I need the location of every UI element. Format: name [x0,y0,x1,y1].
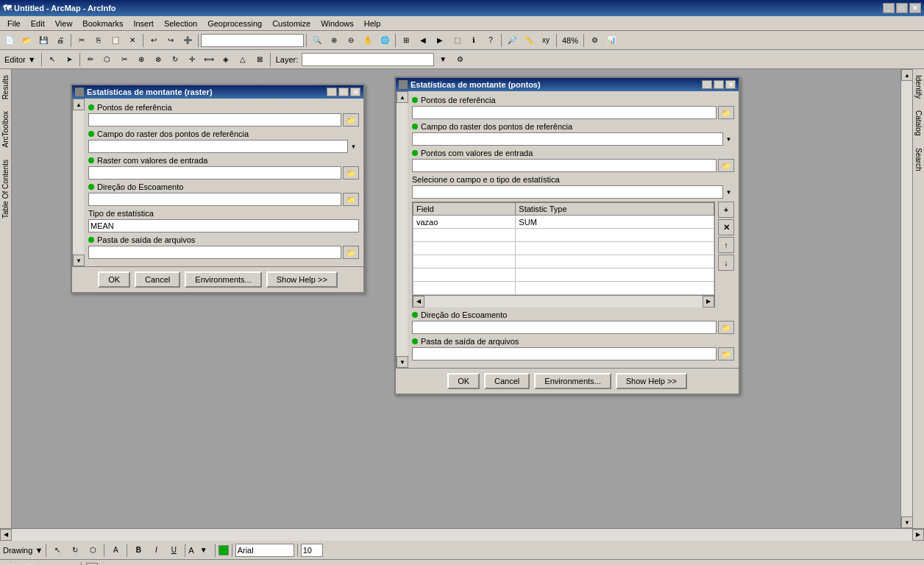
pontos-ok-button[interactable]: OK [447,373,480,389]
info-button[interactable]: ℹ [466,32,482,49]
table-h-scroll-right[interactable]: ▶ [703,296,714,308]
sidebar-toc[interactable]: Table Of Contents [0,154,11,224]
select-button[interactable]: ⬚ [449,32,465,49]
menu-help[interactable]: Help [360,18,385,29]
pontos-valores-input[interactable] [412,159,717,172]
raster-cancel-button[interactable]: Cancel [135,271,180,288]
h-scroll-left[interactable]: ◀ [0,529,12,541]
status-scroll[interactable] [86,563,98,566]
status-btn1[interactable]: ⬜ [3,561,19,566]
new-button[interactable]: 📄 [1,32,18,49]
undo-button[interactable]: ↩ [146,32,162,49]
add-data-button[interactable]: ➕ [180,32,196,49]
xy-button[interactable]: xy [538,32,554,49]
zoom-in-button[interactable]: ⊕ [326,32,342,49]
report-button[interactable]: 📊 [603,32,619,49]
maximize-button[interactable]: □ [896,3,908,13]
canvas-scroll-down[interactable]: ▼ [901,516,912,528]
dialog-pontos-maximize[interactable]: □ [714,80,724,89]
raster-environments-button[interactable]: Environments... [185,271,261,288]
dialog-raster-maximize[interactable]: □ [338,88,349,96]
dialog-raster-close[interactable]: ✕ [350,88,360,96]
globe-button[interactable]: 🌐 [377,32,393,49]
minimize-button[interactable]: _ [883,3,895,13]
move-down-button[interactable]: ↓ [718,255,734,271]
cut-button[interactable]: ✂ [74,32,90,49]
raster-direcao-browse[interactable]: 📁 [343,193,359,206]
scroll-down[interactable]: ▼ [73,255,85,266]
raster-direcao-input[interactable] [88,193,341,206]
menu-insert[interactable]: Insert [129,18,158,29]
pontos-scroll-up[interactable]: ▲ [397,91,408,103]
save-button[interactable]: 💾 [35,32,51,49]
sidebar-arctoolbox[interactable]: ArcToolbox [0,105,11,153]
raster-campo-input[interactable] [88,140,359,153]
pontos-selecione-input[interactable] [412,185,734,199]
rotate-btn[interactable]: ↻ [67,542,83,558]
pontos-show-help-button[interactable]: Show Help >> [616,373,687,389]
pontos-direcao-input[interactable] [412,321,717,334]
italic-btn[interactable]: I [148,542,164,558]
find-button[interactable]: 🔎 [504,32,520,49]
table-h-scroll-left[interactable]: ◀ [413,296,424,308]
delete-row-button[interactable]: ✕ [718,219,734,235]
layer-props[interactable]: ▼ [435,51,451,68]
layer-input[interactable] [302,53,434,66]
layer-settings[interactable]: ⚙ [452,51,468,68]
stats-row-1[interactable]: vazao SUM [413,216,714,229]
menu-customize[interactable]: Customize [268,18,315,29]
help-button[interactable]: ? [483,32,499,49]
menu-windows[interactable]: Windows [316,18,358,29]
cut-polygon-tool[interactable]: ✂ [116,51,132,68]
raster-pasta-input[interactable] [88,246,341,259]
delete-button[interactable]: ✕ [124,32,141,49]
dialog-pontos-close[interactable]: ✕ [725,80,736,89]
raster-show-help-button[interactable]: Show Help >> [266,271,338,288]
drawing-label[interactable]: Drawing ▼ [3,546,43,555]
h-scroll-right[interactable]: ▶ [912,529,924,541]
dialog-raster-minimize[interactable]: _ [327,88,337,96]
select-tool-btn[interactable]: ↖ [49,542,65,558]
scroll-up[interactable]: ▲ [73,99,85,110]
add-row-button[interactable]: + [718,202,734,218]
color-btn[interactable]: ▼ [196,542,212,558]
reshape-tool[interactable]: ⬡ [99,51,115,68]
pontos-ref-browse[interactable]: 📁 [718,106,734,119]
open-button[interactable]: 📂 [18,32,35,49]
menu-view[interactable]: View [51,18,77,29]
menu-bookmarks[interactable]: Bookmarks [78,18,127,29]
zoom-out-button[interactable]: ⊖ [343,32,359,49]
title-bar-buttons[interactable]: _ □ ✕ [883,3,921,13]
close-button[interactable]: ✕ [909,3,921,13]
rotate-tool[interactable]: ↻ [167,51,183,68]
pontos-ref-input[interactable] [412,106,717,119]
canvas-scroll-up[interactable]: ▲ [901,69,912,81]
pontos-environments-button[interactable]: Environments... [534,373,611,389]
dialog-pontos-titlebar[interactable]: Estatísticas de montante (pontos) _ □ ✕ [396,78,739,91]
full-extent-button[interactable]: ⊞ [398,32,414,49]
next-extent-button[interactable]: ▶ [432,32,448,49]
redo-button[interactable]: ↪ [163,32,179,49]
edit-tool[interactable]: ↖ [44,51,60,68]
status-refresh[interactable]: ↻ [41,561,57,566]
topology-tool[interactable]: △ [235,51,251,68]
pontos-campo-input[interactable] [412,132,734,146]
vertices-tool[interactable]: ◈ [218,51,234,68]
split-tool[interactable]: ⊗ [150,51,166,68]
map-props-button[interactable]: ⚙ [586,32,603,49]
underline-btn[interactable]: U [166,542,182,558]
raster-valores-browse[interactable]: 📁 [343,166,359,180]
snap-tool[interactable]: ⊠ [252,51,268,68]
sidebar-search[interactable]: Search [913,142,924,177]
text-btn[interactable]: A [107,542,124,558]
move-tool[interactable]: ✛ [184,51,200,68]
scale-btn[interactable]: ⬡ [85,542,101,558]
status-pause[interactable]: ⏸ [60,561,77,566]
print-button[interactable]: 🖨 [52,32,68,49]
dialog-raster-buttons[interactable]: _ □ ✕ [327,88,360,96]
font-size-input[interactable] [301,544,323,557]
raster-pontos-browse[interactable]: 📁 [343,113,359,127]
pontos-scroll-down[interactable]: ▼ [397,356,408,368]
font-name-input[interactable] [235,544,294,557]
layer-dropdown[interactable] [201,34,304,47]
